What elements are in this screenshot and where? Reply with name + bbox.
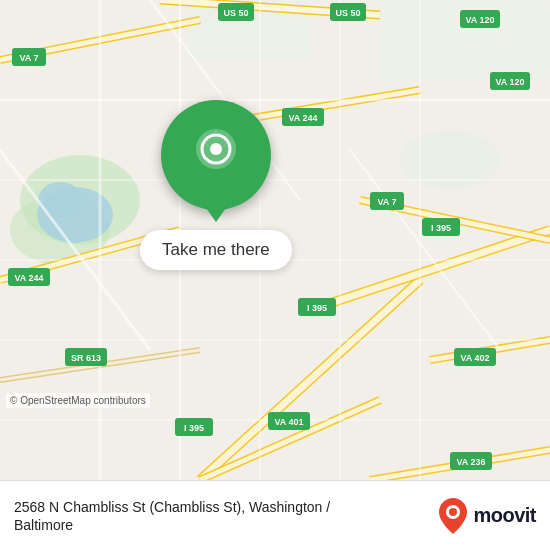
map-area: VA 7 US 50 US 50 VA 120 VA 244 VA 120 VA… [0,0,550,480]
svg-text:US 50: US 50 [223,8,248,18]
moovit-brand-text: moovit [473,504,536,527]
location-pin-icon [192,125,240,185]
app-container: VA 7 US 50 US 50 VA 120 VA 244 VA 120 VA… [0,0,550,550]
svg-text:I 395: I 395 [184,423,204,433]
svg-point-4 [38,182,82,218]
svg-text:VA 402: VA 402 [460,353,489,363]
popup-bubble [161,100,271,210]
copyright-text: © OpenStreetMap contributors [6,393,150,408]
bottom-bar: 2568 N Chambliss St (Chambliss St), Wash… [0,480,550,550]
svg-text:VA 244: VA 244 [288,113,317,123]
svg-text:SR 613: SR 613 [71,353,101,363]
svg-text:VA 236: VA 236 [456,457,485,467]
svg-text:VA 120: VA 120 [495,77,524,87]
svg-text:VA 7: VA 7 [377,197,396,207]
moovit-logo: moovit [439,498,536,534]
svg-text:I 395: I 395 [431,223,451,233]
svg-point-77 [449,508,457,516]
address-block: 2568 N Chambliss St (Chambliss St), Wash… [14,498,429,532]
moovit-pin-icon [439,498,467,534]
take-me-there-button[interactable]: Take me there [140,230,292,270]
svg-text:VA 7: VA 7 [19,53,38,63]
svg-text:VA 244: VA 244 [14,273,43,283]
location-popup: Take me there [140,100,292,270]
address-line2: Baltimore [14,517,429,533]
svg-text:VA 401: VA 401 [274,417,303,427]
svg-text:I 395: I 395 [307,303,327,313]
popup-arrow [206,208,226,222]
svg-text:VA 120: VA 120 [465,15,494,25]
address-line1: 2568 N Chambliss St (Chambliss St), Wash… [14,498,429,516]
svg-point-75 [210,143,222,155]
svg-text:US 50: US 50 [335,8,360,18]
